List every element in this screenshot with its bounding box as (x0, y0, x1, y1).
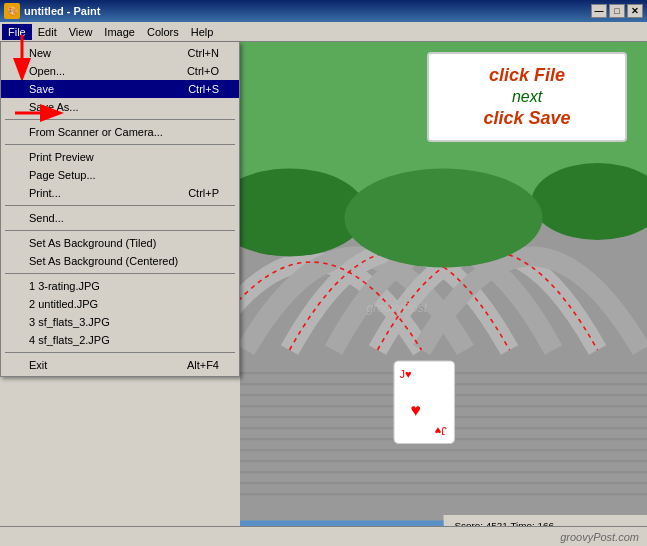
menu-save-shortcut: Ctrl+S (188, 83, 219, 95)
menu-save-as[interactable]: Save As... (1, 98, 239, 116)
app-icon: 🎨 (4, 3, 20, 19)
menu-help[interactable]: Help (185, 24, 220, 40)
menu-send[interactable]: Send... (1, 209, 239, 227)
sep1 (5, 119, 235, 120)
svg-rect-12 (240, 449, 647, 451)
svg-rect-16 (240, 493, 647, 495)
close-button[interactable]: ✕ (627, 4, 643, 18)
maximize-button[interactable]: □ (609, 4, 625, 18)
menu-save-label: Save (29, 83, 54, 95)
menu-recent3-label: 3 sf_flats_3.JPG (29, 316, 110, 328)
menu-print-preview[interactable]: Print Preview (1, 148, 239, 166)
menu-exit-shortcut: Alt+F4 (187, 359, 219, 371)
file-menu-panel: New Ctrl+N Open... Ctrl+O Save Ctrl+S Sa… (0, 42, 240, 377)
menu-new-label: New (29, 47, 51, 59)
menu-new-shortcut: Ctrl+N (188, 47, 219, 59)
menu-bg-centered[interactable]: Set As Background (Centered) (1, 252, 239, 270)
menu-save-as-label: Save As... (29, 101, 79, 113)
svg-text:J♥: J♥ (400, 368, 412, 380)
menu-save[interactable]: Save Ctrl+S (1, 80, 239, 98)
menu-recent2-label: 2 untitled.JPG (29, 298, 98, 310)
sep2 (5, 144, 235, 145)
sep4 (5, 230, 235, 231)
overlay-line3: click Save (483, 108, 570, 129)
menu-image[interactable]: Image (98, 24, 141, 40)
menu-scanner[interactable]: From Scanner or Camera... (1, 123, 239, 141)
overlay-line2: next (512, 88, 542, 106)
svg-text:J♥: J♥ (435, 425, 447, 437)
overlay-line1: click File (489, 65, 565, 86)
menu-recent4[interactable]: 4 sf_flats_2.JPG (1, 331, 239, 349)
title-bar: 🎨 untitled - Paint — □ ✕ (0, 0, 647, 22)
menu-file[interactable]: File (2, 24, 32, 40)
menu-open-shortcut: Ctrl+O (187, 65, 219, 77)
svg-rect-14 (240, 471, 647, 473)
svg-text:groovyPost: groovyPost (367, 300, 428, 314)
menu-print-preview-label: Print Preview (29, 151, 94, 163)
menu-print-label: Print... (29, 187, 61, 199)
canvas-area: J♥ ♥ J♥ groovyPost Score: 4521 Time: 166… (240, 42, 647, 526)
bottom-watermark: groovyPost.com (560, 531, 639, 543)
menu-scanner-label: From Scanner or Camera... (29, 126, 163, 138)
menu-bg-tiled-label: Set As Background (Tiled) (29, 237, 156, 249)
menu-recent3[interactable]: 3 sf_flats_3.JPG (1, 313, 239, 331)
menu-send-label: Send... (29, 212, 64, 224)
menu-edit[interactable]: Edit (32, 24, 63, 40)
window-controls: — □ ✕ (591, 4, 643, 18)
menu-open[interactable]: Open... Ctrl+O (1, 62, 239, 80)
menu-page-setup-label: Page Setup... (29, 169, 96, 181)
svg-rect-13 (240, 460, 647, 462)
menu-exit-label: Exit (29, 359, 47, 371)
menu-page-setup[interactable]: Page Setup... (1, 166, 239, 184)
menu-view[interactable]: View (63, 24, 99, 40)
menu-bg-tiled[interactable]: Set As Background (Tiled) (1, 234, 239, 252)
minimize-button[interactable]: — (591, 4, 607, 18)
menu-exit[interactable]: Exit Alt+F4 (1, 356, 239, 374)
file-dropdown: New Ctrl+N Open... Ctrl+O Save Ctrl+S Sa… (0, 42, 240, 377)
menu-bar: File Edit View Image Colors Help (0, 22, 647, 42)
sep6 (5, 352, 235, 353)
menu-recent4-label: 4 sf_flats_2.JPG (29, 334, 110, 346)
menu-new[interactable]: New Ctrl+N (1, 44, 239, 62)
menu-bg-centered-label: Set As Background (Centered) (29, 255, 178, 267)
instruction-overlay: click File next click Save (427, 52, 627, 142)
menu-print-shortcut: Ctrl+P (188, 187, 219, 199)
menu-print[interactable]: Print... Ctrl+P (1, 184, 239, 202)
status-bar: groovyPost.com (0, 526, 647, 546)
sep3 (5, 205, 235, 206)
menu-recent2[interactable]: 2 untitled.JPG (1, 295, 239, 313)
menu-colors[interactable]: Colors (141, 24, 185, 40)
sep5 (5, 273, 235, 274)
svg-point-4 (345, 169, 543, 268)
menu-recent1[interactable]: 1 3-rating.JPG (1, 277, 239, 295)
window-title: untitled - Paint (24, 5, 591, 17)
svg-rect-15 (240, 482, 647, 484)
menu-open-label: Open... (29, 65, 65, 77)
svg-text:♥: ♥ (411, 400, 421, 420)
menu-recent1-label: 1 3-rating.JPG (29, 280, 100, 292)
